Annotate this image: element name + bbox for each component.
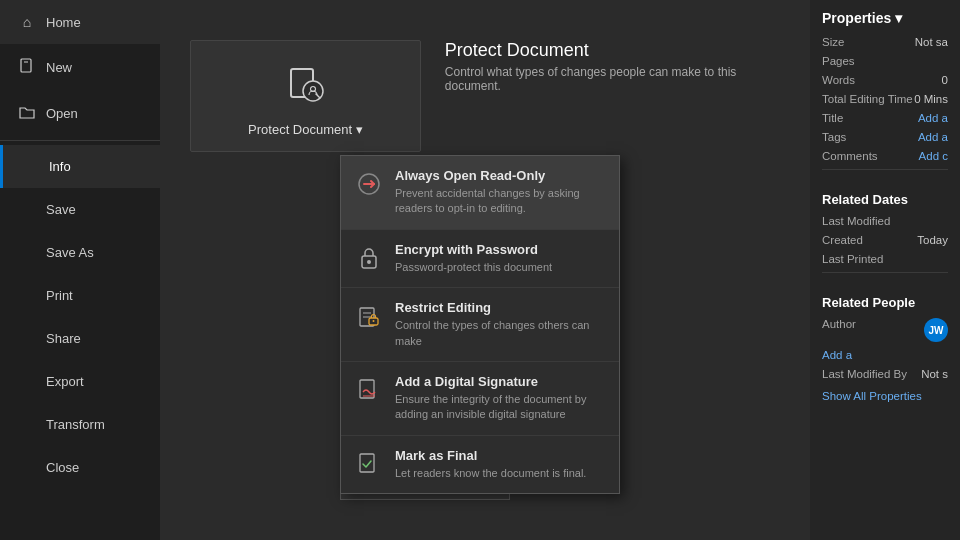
prop-words: Words 0 xyxy=(822,74,948,86)
restrict-icon xyxy=(355,302,383,330)
prop-last-modified-by: Last Modified By Not s xyxy=(822,368,948,380)
readonly-title: Always Open Read-Only xyxy=(395,168,605,183)
new-icon xyxy=(18,58,36,77)
protect-header-title: Protect Document xyxy=(445,40,780,61)
prop-created: Created Today xyxy=(822,234,948,246)
prop-last-printed: Last Printed xyxy=(822,253,948,265)
open-icon xyxy=(18,105,36,122)
sidebar-item-save-as[interactable]: Save As xyxy=(0,231,160,274)
properties-title: Properties ▾ xyxy=(822,10,948,26)
sidebar-item-new[interactable]: New xyxy=(0,44,160,91)
related-people-title: Related People xyxy=(822,295,948,310)
svg-rect-19 xyxy=(360,454,374,472)
dropdown-item-signature[interactable]: Add a Digital Signature Ensure the integ… xyxy=(341,362,619,436)
dropdown-item-readonly[interactable]: Always Open Read-Only Prevent accidental… xyxy=(341,156,619,230)
sidebar-item-print[interactable]: Print xyxy=(0,274,160,317)
sidebar-item-close[interactable]: Close xyxy=(0,446,160,489)
protect-document-label: Protect Document ▾ xyxy=(248,122,363,137)
restrict-title: Restrict Editing xyxy=(395,300,605,315)
final-desc: Let readers know the document is final. xyxy=(395,466,586,481)
sidebar-divider xyxy=(0,140,160,141)
sidebar-item-info[interactable]: Info xyxy=(0,145,160,188)
prop-pages: Pages xyxy=(822,55,948,67)
final-icon xyxy=(355,450,383,478)
svg-point-16 xyxy=(373,320,375,322)
author-avatar: JW xyxy=(924,318,948,342)
prop-size: Size Not sa xyxy=(822,36,948,48)
sidebar-item-export[interactable]: Export xyxy=(0,360,160,403)
protect-document-card[interactable]: Protect Document ▾ xyxy=(190,40,421,152)
protect-header-desc: Control what types of changes people can… xyxy=(445,65,780,93)
protect-header: Protect Document Control what types of c… xyxy=(445,40,780,93)
sidebar-item-transform[interactable]: Transform xyxy=(0,403,160,446)
signature-desc: Ensure the integrity of the document by … xyxy=(395,392,605,423)
main-content: Protect Document ▾ Protect Document Cont… xyxy=(160,0,810,540)
dropdown-item-restrict[interactable]: Restrict Editing Control the types of ch… xyxy=(341,288,619,362)
sidebar-item-share[interactable]: Share xyxy=(0,317,160,360)
svg-point-11 xyxy=(367,260,371,264)
home-icon: ⌂ xyxy=(18,14,36,30)
svg-rect-0 xyxy=(21,59,31,72)
prop-comments: Comments Add c xyxy=(822,150,948,162)
encrypt-icon xyxy=(355,244,383,272)
related-dates-title: Related Dates xyxy=(822,192,948,207)
svg-rect-17 xyxy=(360,380,374,398)
prop-editing-time: Total Editing Time 0 Mins xyxy=(822,93,948,105)
dropdown-item-final[interactable]: Mark as Final Let readers know the docum… xyxy=(341,436,619,493)
sidebar-item-home[interactable]: ⌂ Home xyxy=(0,0,160,44)
restrict-desc: Control the types of changes others can … xyxy=(395,318,605,349)
show-all-properties-link[interactable]: Show All Properties xyxy=(822,390,948,402)
prop-tags: Tags Add a xyxy=(822,131,948,143)
right-panel: Properties ▾ Size Not sa Pages Words 0 T… xyxy=(810,0,960,540)
sidebar: ⌂ Home New Open Info Save Save As Print … xyxy=(0,0,160,540)
sidebar-item-open[interactable]: Open xyxy=(0,91,160,136)
encrypt-title: Encrypt with Password xyxy=(395,242,552,257)
readonly-desc: Prevent accidental changes by asking rea… xyxy=(395,186,605,217)
prop-add-author: Add a xyxy=(822,349,948,361)
related-dates-section: Related Dates Last Modified Created Toda… xyxy=(822,169,948,265)
signature-title: Add a Digital Signature xyxy=(395,374,605,389)
related-people-section: Related People Author JW Add a Last Modi… xyxy=(822,272,948,380)
sidebar-item-save[interactable]: Save xyxy=(0,188,160,231)
dropdown-item-encrypt[interactable]: Encrypt with Password Password-protect t… xyxy=(341,230,619,288)
encrypt-desc: Password-protect this document xyxy=(395,260,552,275)
readonly-icon xyxy=(355,170,383,198)
prop-last-modified: Last Modified xyxy=(822,215,948,227)
final-title: Mark as Final xyxy=(395,448,586,463)
signature-icon xyxy=(355,376,383,404)
protect-document-icon xyxy=(283,61,327,114)
protect-dropdown-menu: Always Open Read-Only Prevent accidental… xyxy=(340,155,620,494)
prop-author: Author JW xyxy=(822,318,948,342)
prop-title: Title Add a xyxy=(822,112,948,124)
